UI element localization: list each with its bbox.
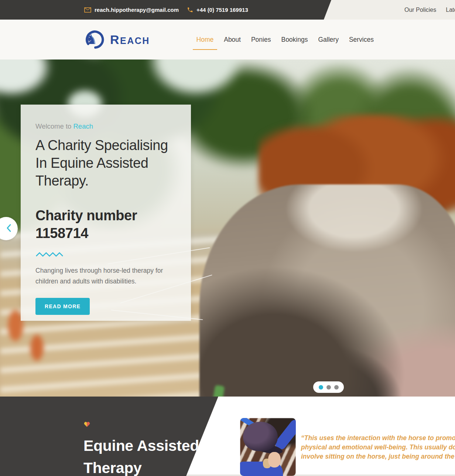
nav-item-ponies[interactable]: Ponies: [251, 36, 271, 44]
hero-title-line: In Equine Assisted: [35, 154, 176, 172]
slider-dot-1[interactable]: [319, 385, 323, 390]
nav-item-services[interactable]: Services: [349, 36, 374, 44]
topbar-phone-text: +44 (0) 7519 169913: [196, 7, 248, 13]
section-title-line: Equine Assisted: [83, 435, 199, 457]
quote-line: “This uses the interaction with the hors…: [301, 434, 455, 443]
photo-child-shirt: [240, 462, 283, 476]
topbar-link-our-policies[interactable]: Our Policies: [404, 7, 436, 13]
charity-number: Charity number 1158714: [35, 207, 176, 242]
photo-child-arm: [273, 418, 296, 451]
slider-dot-3[interactable]: [334, 385, 339, 390]
photo-horse-fur: [240, 418, 296, 476]
hero-description: Changing lives through horse-led therapy…: [35, 265, 165, 287]
slider-prev-button[interactable]: [0, 217, 18, 240]
topbar: reach.hippotherapy@gmail.com +44 (0) 751…: [0, 0, 455, 20]
hero-slide-card: Welcome to Reach A Charity Specialising …: [21, 105, 191, 321]
therapy-photo: [240, 418, 296, 476]
topbar-phone[interactable]: +44 (0) 7519 169913: [187, 7, 248, 13]
hero-slider: Welcome to Reach A Charity Specialising …: [0, 59, 455, 397]
svg-text:♞: ♞: [85, 31, 97, 47]
logo[interactable]: ♞ Reach: [82, 28, 150, 51]
zigzag-divider: [35, 252, 64, 257]
nav-item-bookings[interactable]: Bookings: [281, 36, 308, 44]
nav-item-gallery[interactable]: Gallery: [318, 36, 338, 44]
pony-muzzle: [199, 184, 455, 397]
charity-number-label: Charity number: [35, 207, 176, 224]
photo-riding-helmet: [243, 422, 278, 451]
topbar-email-text: reach.hippotherapy@gmail.com: [95, 7, 179, 13]
slider-dot-2[interactable]: [326, 385, 331, 390]
read-more-button[interactable]: READ MORE: [35, 298, 90, 315]
photo-child-face: [268, 452, 281, 467]
main-nav: Home About Ponies Bookings Gallery Servi…: [196, 20, 374, 59]
photo-child-hair: [263, 459, 271, 468]
topbar-link-latest-news[interactable]: Latest News: [446, 7, 455, 13]
charity-number-value: 1158714: [35, 224, 176, 242]
hero-title-line: A Charity Specialising: [35, 136, 176, 154]
chevron-left-icon: [5, 223, 13, 234]
nav-item-about[interactable]: About: [224, 36, 241, 44]
horse-logo-icon: ♞: [82, 28, 106, 51]
panel-content: Equine Assisted Therapy: [83, 421, 199, 476]
topbar-contacts: reach.hippotherapy@gmail.com +44 (0) 751…: [84, 0, 248, 20]
quote-line: involve sitting on the horse, just being…: [301, 452, 455, 461]
hero-welcome-brand: Reach: [73, 122, 93, 130]
photo-helmet-brim: [250, 441, 283, 456]
topbar-links: Our Policies Latest News: [404, 0, 455, 20]
phone-icon: [187, 7, 193, 13]
envelope-icon: [84, 7, 91, 13]
hero-welcome-prefix: Welcome to: [35, 122, 71, 130]
hero-welcome: Welcome to Reach: [35, 122, 176, 130]
hero-title-line: Therapy.: [35, 172, 176, 190]
site-header: ♞ Reach Home About Ponies Bookings Galle…: [0, 20, 455, 59]
hero-title: A Charity Specialising In Equine Assiste…: [35, 136, 176, 190]
nav-item-home[interactable]: Home: [196, 36, 214, 44]
section-title-line: Therapy: [83, 457, 199, 476]
quote-line: physical and emotional well-being. This …: [301, 443, 455, 452]
photo-halter-strap: [240, 418, 256, 428]
logo-wordmark: Reach: [110, 33, 150, 47]
topbar-email[interactable]: reach.hippotherapy@gmail.com: [84, 7, 179, 13]
therapy-quote: “This uses the interaction with the hors…: [301, 434, 455, 461]
heart-icon: [83, 422, 90, 428]
pony-forelock: [259, 114, 455, 212]
section-title: Equine Assisted Therapy: [83, 435, 199, 476]
equine-therapy-section: Equine Assisted Therapy “This uses the i…: [0, 397, 455, 476]
pony-rope: [211, 385, 225, 397]
slider-dots: [313, 381, 344, 393]
